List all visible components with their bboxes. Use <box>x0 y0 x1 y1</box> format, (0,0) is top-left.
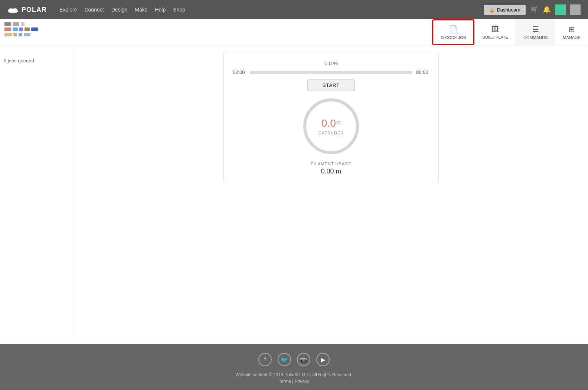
nav-design[interactable]: Design <box>111 7 128 13</box>
thumb-row-1 <box>4 22 70 26</box>
footer-links: Terms | Privacy <box>0 379 588 384</box>
gauge-label: EXTRUDER <box>318 131 344 135</box>
footer: f 🐦 📷 ▶ Website content © 2019 Polar3D L… <box>0 344 588 390</box>
facebook-icon[interactable]: f <box>258 353 272 366</box>
main-content: 0 jobs queued 0.0 % 00:00 00:00 START 0.… <box>0 45 588 344</box>
filament-value: 0.00 m <box>233 168 429 175</box>
gauge-temp-value: 0.0 <box>321 117 336 129</box>
time-elapsed: 00:00 <box>233 69 246 75</box>
gauge-temp-display: 0.0°C <box>321 117 341 129</box>
progress-bar-row: 00:00 00:00 <box>233 69 429 75</box>
avatar-green[interactable] <box>555 4 566 15</box>
navbar-right: 🔒 Dashboard 🛒 🔔 <box>484 4 581 15</box>
navbar: POLAR Explore Connect Design Make Help S… <box>0 0 588 19</box>
time-left: 00:00 <box>416 69 429 75</box>
tab-gcode-job[interactable]: 📄 G-CODE JOB <box>432 19 474 45</box>
filament-section: FILAMENT USAGE 0.00 m <box>233 162 429 175</box>
thumb-block <box>24 33 30 36</box>
thumb-block <box>13 22 19 26</box>
thumb-block <box>4 33 12 36</box>
instagram-icon[interactable]: 📷 <box>297 353 310 366</box>
thumb-block <box>21 22 24 26</box>
youtube-icon[interactable]: ▶ <box>316 353 330 366</box>
footer-privacy-link[interactable]: Privacy <box>295 379 309 384</box>
progress-percent: 0.0 % <box>233 61 429 66</box>
manage-icon: ⊞ <box>569 25 575 34</box>
gauge-circle: 0.0°C EXTRUDER <box>303 98 359 154</box>
nav-shop[interactable]: Shop <box>173 7 185 13</box>
center-panel: 0.0 % 00:00 00:00 START 0.0°C EXTRUDER F… <box>74 45 588 344</box>
footer-copyright: Website content © 2019 Polar3D LLC. All … <box>0 372 588 377</box>
toolbar-tabs: 📄 G-CODE JOB 🖼 BUILD PLATE ☰ COMMANDS ⊞ … <box>432 19 588 45</box>
avatar-gray[interactable] <box>570 4 581 15</box>
thumb-row-3 <box>4 33 70 36</box>
gcode-icon: 📄 <box>449 25 458 34</box>
start-button[interactable]: START <box>307 79 355 91</box>
nav-links: Explore Connect Design Make Help Shop <box>59 7 475 13</box>
thumb-block <box>4 22 11 26</box>
svg-point-2 <box>13 8 18 12</box>
thumb-block <box>4 27 11 31</box>
sidebar: 0 jobs queued <box>0 45 74 344</box>
thumb-block <box>24 27 30 31</box>
thumb-block <box>31 27 38 31</box>
nav-make[interactable]: Make <box>135 7 147 13</box>
progress-section: 0.0 % 00:00 00:00 START 0.0°C EXTRUDER F… <box>223 53 439 183</box>
footer-social-icons: f 🐦 📷 ▶ <box>0 353 588 366</box>
thumb-block <box>13 27 18 31</box>
dashboard-button[interactable]: 🔒 Dashboard <box>484 5 526 15</box>
lock-icon: 🔒 <box>489 7 495 13</box>
cart-button[interactable]: 🛒 <box>530 6 538 14</box>
thumb-block <box>19 33 22 36</box>
bell-button[interactable]: 🔔 <box>543 6 551 14</box>
thumb-block <box>19 27 23 31</box>
tab-manage[interactable]: ⊞ MANAGE <box>555 19 588 45</box>
nav-connect[interactable]: Connect <box>84 7 104 13</box>
commands-icon: ☰ <box>532 25 539 34</box>
buildplate-icon: 🖼 <box>491 25 499 33</box>
thumb-row-2 <box>4 27 70 31</box>
tab-build-plate[interactable]: 🖼 BUILD PLATE <box>474 19 516 45</box>
brand-logo: POLAR <box>7 6 47 14</box>
jobs-queued: 0 jobs queued <box>4 58 70 64</box>
nav-help[interactable]: Help <box>155 7 166 13</box>
footer-terms-link[interactable]: Terms <box>279 379 291 384</box>
progress-bar-bg <box>250 71 412 74</box>
filament-title: FILAMENT USAGE <box>233 162 429 166</box>
sidebar-thumbnails <box>0 19 74 45</box>
nav-explore[interactable]: Explore <box>59 7 77 13</box>
gauge-container: 0.0°C EXTRUDER <box>233 98 429 154</box>
twitter-icon[interactable]: 🐦 <box>278 353 291 366</box>
toolbar: 📄 G-CODE JOB 🖼 BUILD PLATE ☰ COMMANDS ⊞ … <box>0 19 588 45</box>
thumb-block <box>13 33 17 36</box>
tab-commands[interactable]: ☰ COMMANDS <box>516 19 555 45</box>
gauge-unit: °C <box>336 120 341 126</box>
